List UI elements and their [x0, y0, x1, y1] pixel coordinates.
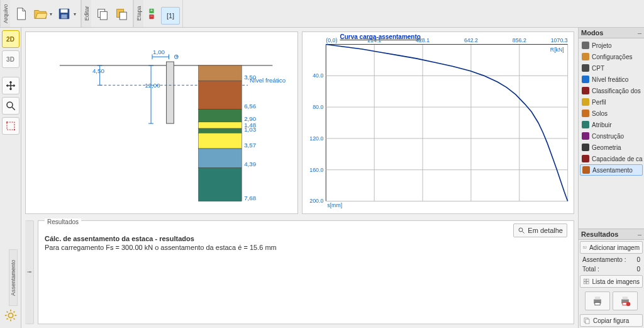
load-settlement-chart: (0,0)214.1428.1642.2856.21070.3 40.080.0… — [303, 32, 574, 213]
capacidade-icon — [582, 155, 589, 162]
modes-list: ProjetoConfiguraçõesCPTNível freáticoCla… — [579, 38, 644, 177]
svg-text:R[kN]: R[kN] — [550, 47, 564, 53]
mode-label: Capacidade de carga — [592, 156, 643, 162]
mode-label: CPT — [592, 65, 604, 72]
perfil-icon — [582, 98, 589, 106]
results-title: Cálc. de assentamento da estaca - result… — [45, 235, 567, 242]
svg-text:s[mm]: s[mm] — [327, 202, 342, 208]
svg-text:−: − — [150, 13, 153, 19]
mode-item-classif[interactable]: Classificação dos solos — [580, 85, 643, 96]
mode-label: Geometria — [592, 144, 621, 151]
detail-button[interactable]: Em detalhe — [513, 223, 567, 237]
svg-line-24 — [13, 312, 14, 313]
soil-view-panel: 1,00 + 4,50 Nível freático 12,00 3,506,5… — [25, 31, 298, 214]
svg-text:3,57: 3,57 — [244, 142, 256, 149]
svg-line-85 — [523, 232, 525, 234]
mode-item-atribuir[interactable]: Atribuir — [580, 119, 643, 130]
mode-item-cpt[interactable]: CPT — [580, 62, 643, 74]
paste-button[interactable] — [113, 4, 130, 23]
svg-rect-57 — [199, 167, 242, 201]
mode-item-construcao[interactable]: Construção — [580, 130, 643, 142]
svg-rect-94 — [595, 303, 600, 305]
view-2d-button[interactable]: 2D — [2, 30, 19, 48]
atribuir-icon — [582, 121, 589, 128]
add-image-button[interactable]: Adicionar imagem — [580, 241, 643, 254]
svg-rect-47 — [199, 110, 242, 122]
svg-rect-96 — [623, 297, 628, 299]
svg-text:80.0: 80.0 — [313, 104, 323, 110]
row-assentamento: Assentamento :0 — [579, 255, 644, 264]
save-file-button[interactable] — [55, 4, 73, 23]
copy-button[interactable] — [94, 4, 111, 23]
mode-label: Construção — [592, 133, 624, 140]
svg-text:+: + — [150, 8, 153, 13]
svg-text:160.0: 160.0 — [309, 167, 323, 173]
mode-item-geometria[interactable]: Geometria — [580, 142, 643, 153]
side-tab-assentamento[interactable]: Assentamento — [9, 249, 18, 306]
svg-text:6,56: 6,56 — [244, 103, 257, 110]
mode-label: Classificação dos solos — [592, 88, 643, 94]
list-images-button[interactable]: Lista de imagens — [580, 275, 643, 288]
projeto-icon — [582, 42, 589, 49]
collapse-modes-icon[interactable]: – — [638, 29, 641, 37]
cpt-icon — [582, 64, 589, 72]
svg-line-21 — [6, 312, 8, 313]
fit-button[interactable] — [2, 117, 19, 135]
geometria-icon — [582, 144, 589, 151]
chart-title: Curva carga-assentamento — [340, 33, 421, 40]
mode-item-assentamento[interactable]: Assentamento — [580, 164, 643, 176]
svg-rect-51 — [199, 128, 242, 133]
results-legend: Resultados — [45, 218, 81, 225]
config-icon — [582, 53, 589, 60]
svg-rect-4 — [100, 11, 107, 20]
mode-label: Solos — [592, 110, 608, 117]
settings-gear-button[interactable] — [2, 307, 19, 324]
svg-text:642.2: 642.2 — [464, 37, 477, 43]
copy-figure-button[interactable]: Copiar figura — [580, 314, 643, 327]
mode-item-projeto[interactable]: Projeto — [580, 40, 643, 51]
svg-rect-91 — [587, 281, 589, 283]
svg-text:3,50: 3,50 — [244, 74, 257, 81]
stage-1-button[interactable]: [1] — [161, 7, 180, 25]
add-remove-stage-button[interactable]: +− — [146, 4, 157, 23]
toolbar-group-arquivo: Arquivo — [0, 0, 10, 27]
mode-item-perfil[interactable]: Perfil — [580, 96, 643, 108]
print-button[interactable] — [585, 291, 610, 310]
svg-text:4,50: 4,50 — [92, 67, 105, 74]
bottom-panel: i Em detalhe Resultados Cálc. de assenta… — [21, 218, 578, 328]
toolbar-group-file — [10, 0, 81, 27]
svg-point-98 — [626, 302, 631, 307]
open-file-button[interactable] — [31, 4, 49, 23]
soil-drawing: 1,00 + 4,50 Nível freático 12,00 3,506,5… — [26, 32, 297, 211]
mode-label: Projeto — [592, 42, 612, 49]
mode-item-config[interactable]: Configurações — [580, 51, 643, 62]
classif-icon — [582, 87, 589, 94]
modes-header: Modos– — [579, 28, 644, 38]
info-tab[interactable]: i — [25, 220, 34, 324]
collapse-resultados-icon[interactable]: – — [638, 230, 641, 238]
svg-rect-88 — [584, 279, 586, 281]
svg-rect-1 — [61, 9, 68, 13]
svg-point-11 — [7, 102, 13, 108]
toolbar-group-edit — [91, 0, 133, 27]
chart-panel: Curva carga-assentamento (0,0)214.1428.1… — [302, 31, 575, 214]
mode-item-capacidade[interactable]: Capacidade de carga — [580, 153, 643, 164]
solos-icon — [582, 110, 589, 117]
print-pdf-button[interactable] — [613, 291, 638, 310]
svg-rect-13 — [7, 122, 14, 130]
svg-text:7,68: 7,68 — [244, 195, 257, 201]
view-3d-button[interactable]: 3D — [2, 50, 19, 68]
mode-item-solos[interactable]: Solos — [580, 108, 643, 119]
new-file-button[interactable] — [13, 4, 30, 23]
mode-item-nivel[interactable]: Nível freático — [580, 74, 643, 85]
svg-rect-90 — [584, 281, 586, 283]
svg-rect-49 — [199, 122, 242, 128]
pan-button[interactable] — [2, 77, 19, 94]
svg-text:12,00: 12,00 — [145, 82, 160, 89]
svg-rect-89 — [587, 279, 589, 281]
right-panel: Modos– ProjetoConfiguraçõesCPTNível freá… — [578, 28, 644, 328]
zoom-button[interactable] — [2, 97, 19, 115]
assentamento-icon — [582, 166, 590, 174]
svg-text:+: + — [175, 53, 179, 60]
svg-text:4,39: 4,39 — [244, 161, 256, 167]
